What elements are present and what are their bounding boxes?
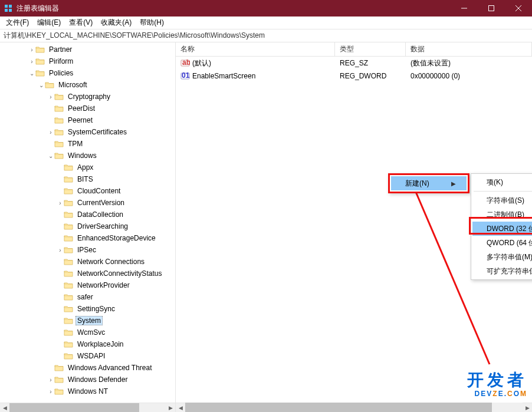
expand-icon[interactable]: › bbox=[47, 377, 54, 383]
folder-icon bbox=[54, 116, 64, 124]
submenu-qword[interactable]: QWORD (64 位)值(Q) bbox=[472, 236, 532, 250]
tree-item-label: System bbox=[75, 316, 103, 325]
collapse-icon[interactable]: ⌄ bbox=[28, 70, 35, 77]
expand-icon[interactable]: › bbox=[28, 58, 35, 65]
menu-view[interactable]: 查看(V) bbox=[65, 17, 96, 29]
folder-icon bbox=[54, 375, 64, 384]
tree-item[interactable]: Appx bbox=[0, 161, 175, 173]
tree-item-label: Windows Defender bbox=[66, 375, 129, 384]
tree-item[interactable]: Network Connections bbox=[0, 256, 175, 268]
tree-item-label: NetworkProvider bbox=[75, 281, 132, 290]
column-header-data[interactable]: 数据 bbox=[406, 42, 532, 56]
tree-item-label: Microsoft bbox=[57, 80, 89, 90]
tree-item[interactable]: PeerDist bbox=[0, 103, 175, 114]
address-bar[interactable]: 计算机\HKEY_LOCAL_MACHINE\SOFTWARE\Policies… bbox=[0, 29, 532, 42]
scroll-left-button[interactable]: ◀ bbox=[176, 403, 185, 412]
tree-item-label: WcmSvc bbox=[75, 328, 107, 337]
tree-item-label: Peernet bbox=[66, 116, 94, 125]
menu-help[interactable]: 帮助(H) bbox=[136, 17, 168, 29]
tree-item[interactable]: ›Partner bbox=[0, 44, 175, 55]
list-row[interactable]: 011EnableSmartScreenREG_DWORD0x00000000 … bbox=[176, 70, 532, 83]
menu-file[interactable]: 文件(F) bbox=[2, 17, 32, 29]
close-button[interactable] bbox=[505, 0, 532, 17]
folder-icon bbox=[64, 246, 73, 254]
svg-rect-5 bbox=[489, 6, 494, 11]
tree-item[interactable]: ›Windows Defender bbox=[0, 374, 175, 385]
submenu-binary[interactable]: 二进制值(B) bbox=[472, 207, 532, 222]
list-header: 名称 类型 数据 bbox=[176, 42, 532, 57]
scroll-track[interactable] bbox=[9, 403, 166, 412]
scroll-right-button[interactable]: ▶ bbox=[166, 403, 175, 412]
title-bar: 注册表编辑器 bbox=[0, 0, 532, 17]
menu-edit[interactable]: 编辑(E) bbox=[34, 17, 64, 29]
menu-favorites[interactable]: 收藏夹(A) bbox=[97, 17, 135, 29]
tree-item[interactable]: WcmSvc bbox=[0, 327, 175, 338]
tree-item[interactable]: ⌄Policies bbox=[0, 67, 175, 79]
tree-item-label: WSDAPI bbox=[75, 351, 107, 361]
expand-icon[interactable]: › bbox=[28, 47, 35, 53]
maximize-button[interactable] bbox=[478, 0, 505, 17]
folder-icon bbox=[64, 281, 73, 289]
scroll-track[interactable] bbox=[185, 403, 523, 412]
tree-item[interactable]: Windows Advanced Threat bbox=[0, 362, 175, 374]
tree-item[interactable]: WorkplaceJoin bbox=[0, 338, 175, 350]
submenu-key[interactable]: 项(K) bbox=[472, 175, 532, 189]
tree-item-label: SettingSync bbox=[75, 304, 117, 314]
tree-panel[interactable]: ›Partner›Piriform⌄Policies⌄Microsoft›Cry… bbox=[0, 42, 176, 403]
minimize-button[interactable] bbox=[451, 0, 478, 17]
submenu-multi[interactable]: 多字符串值(M) bbox=[472, 250, 532, 264]
tree-item-label: safer bbox=[75, 292, 95, 302]
tree-item[interactable]: EnhancedStorageDevice bbox=[0, 232, 175, 244]
tree-item[interactable]: ›Piriform bbox=[0, 55, 175, 67]
tree-item[interactable]: NetworkProvider bbox=[0, 279, 175, 291]
expand-icon[interactable]: › bbox=[47, 129, 54, 136]
collapse-icon[interactable]: ⌄ bbox=[38, 82, 45, 88]
tree-scrollbar: ◀ ▶ bbox=[0, 403, 176, 412]
tree-item-label: IPSec bbox=[75, 245, 98, 255]
column-header-name[interactable]: 名称 bbox=[176, 42, 335, 56]
tree-item[interactable]: NetworkConnectivityStatus bbox=[0, 268, 175, 279]
tree-item[interactable]: TPM bbox=[0, 138, 175, 150]
scroll-thumb[interactable] bbox=[9, 403, 139, 412]
context-menu-new[interactable]: 新建(N) ▶ bbox=[391, 176, 467, 190]
tree-item[interactable]: DriverSearching bbox=[0, 220, 175, 232]
tree-item[interactable]: WSDAPI bbox=[0, 350, 175, 362]
folder-icon bbox=[64, 210, 73, 219]
submenu-dword[interactable]: DWORD (32 位)值(D) bbox=[472, 222, 532, 236]
expand-icon[interactable]: › bbox=[57, 247, 64, 253]
submenu-expand[interactable]: 可扩充字符串值(E) bbox=[472, 264, 532, 278]
tree-item[interactable]: CloudContent bbox=[0, 185, 175, 197]
tree-item[interactable]: DataCollection bbox=[0, 209, 175, 220]
tree-item[interactable]: ⌄Windows bbox=[0, 150, 175, 161]
tree-item[interactable]: SettingSync bbox=[0, 303, 175, 315]
folder-icon bbox=[54, 93, 64, 101]
tree-item[interactable]: ›Cryptography bbox=[0, 91, 175, 103]
collapse-icon[interactable]: ⌄ bbox=[47, 153, 54, 159]
tree-item[interactable]: ⌄Microsoft bbox=[0, 79, 175, 91]
expand-icon[interactable]: › bbox=[57, 200, 64, 206]
column-header-type[interactable]: 类型 bbox=[335, 42, 406, 56]
scroll-right-button[interactable]: ▶ bbox=[523, 403, 532, 412]
tree-item[interactable]: ›Windows NT bbox=[0, 385, 175, 397]
expand-icon[interactable]: › bbox=[47, 388, 54, 395]
folder-icon bbox=[64, 293, 73, 301]
svg-text:ab: ab bbox=[182, 58, 190, 67]
tree-item-label: TPM bbox=[66, 139, 84, 149]
submenu-string[interactable]: 字符串值(S) bbox=[472, 193, 532, 207]
tree-item[interactable]: System bbox=[0, 315, 175, 327]
window-title: 注册表编辑器 bbox=[17, 4, 451, 14]
string-value-icon: ab bbox=[180, 58, 190, 68]
tree-item[interactable]: BITS bbox=[0, 173, 175, 185]
tree-item[interactable]: safer bbox=[0, 291, 175, 303]
tree-item[interactable]: ›CurrentVersion bbox=[0, 197, 175, 209]
tree-item[interactable]: ›SystemCertificates bbox=[0, 126, 175, 138]
tree-item[interactable]: ›IPSec bbox=[0, 244, 175, 256]
tree-item-label: EnhancedStorageDevice bbox=[75, 233, 157, 243]
folder-icon bbox=[64, 258, 73, 266]
tree-item[interactable]: Peernet bbox=[0, 114, 175, 126]
scroll-thumb[interactable] bbox=[185, 403, 492, 412]
expand-icon[interactable]: › bbox=[47, 94, 54, 100]
folder-icon bbox=[64, 352, 73, 360]
scroll-left-button[interactable]: ◀ bbox=[0, 403, 9, 412]
list-row[interactable]: ab(默认)REG_SZ(数值未设置) bbox=[176, 57, 532, 70]
